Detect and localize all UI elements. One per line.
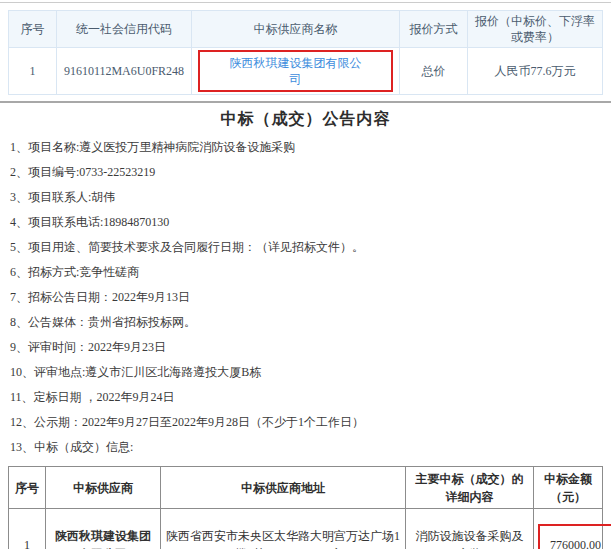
- award-detail-table-wrap: 序号 中标供应商 中标供应商地址 主要中标（成交）的详细内容 中标金额（元） 1…: [0, 464, 611, 549]
- item-media: 8、公告媒体：贵州省招标投标网。: [10, 314, 601, 330]
- summary-header-row: 序号 统一社会信用代码 中标供应商名称 报价方式 报价（中标价、下浮率或费率）: [9, 11, 603, 48]
- col-award-amount: 中标金额（元）: [534, 467, 603, 509]
- col-quote: 报价（中标价、下浮率或费率）: [468, 11, 603, 48]
- item-contact-phone: 4、项目联系电话:18984870130: [10, 214, 601, 230]
- award-data-row: 1 陕西秋琪建设集团有限公司 陕西省西安市未央区太华路大明宫万达广场1号楼5单元…: [9, 509, 603, 549]
- item-contact-person: 3、项目联系人:胡伟: [10, 189, 601, 205]
- award-detail-table: 序号 中标供应商 中标供应商地址 主要中标（成交）的详细内容 中标金额（元） 1…: [8, 466, 603, 549]
- item-publicity-period: 12、公示期：2022年9月27日至2022年9月28日（不少于1个工作日）: [10, 414, 601, 430]
- cell-supplier-name: 陕西秋琪建设集团有限公司: [192, 48, 400, 95]
- item-project-name: 1、项目名称:遵义医投万里精神病院消防设备设施采购: [10, 139, 601, 155]
- col-serial-no: 序号: [9, 11, 57, 48]
- cell-award-content: 消防设施设备采购及安装: [406, 509, 534, 549]
- cell-supplier[interactable]: 陕西秋琪建设集团有限公司: [46, 509, 161, 549]
- item-bid-method: 6、招标方式:竞争性磋商: [10, 264, 601, 280]
- item-award-info-label: 13、中标（成交）信息:: [10, 439, 601, 455]
- page-title: 中标（成交）公告内容: [0, 109, 611, 129]
- item-review-place: 10、评审地点:遵义市汇川区北海路遵投大厦B栋: [10, 364, 601, 380]
- item-project-number: 2、项目编号:0733-22523219: [10, 164, 601, 180]
- item-project-use: 5、项目用途、简要技术要求及合同履行日期：（详见招标文件）。: [10, 239, 601, 255]
- col-supplier-address: 中标供应商地址: [161, 467, 406, 509]
- award-header-row: 序号 中标供应商 中标供应商地址 主要中标（成交）的详细内容 中标金额（元）: [9, 467, 603, 509]
- cell-serial-no: 1: [9, 48, 57, 95]
- cell-credit-code: 91610112MA6U0FR248: [57, 48, 192, 95]
- award-amount-highlight-box: 776000.00: [538, 524, 611, 549]
- col-award-content: 主要中标（成交）的详细内容: [406, 467, 534, 509]
- col-supplier: 中标供应商: [46, 467, 161, 509]
- winning-supplier-summary-table-wrap: 序号 统一社会信用代码 中标供应商名称 报价方式 报价（中标价、下浮率或费率） …: [0, 3, 611, 95]
- announcement-item-list: 1、项目名称:遵义医投万里精神病院消防设备设施采购 2、项目编号:0733-22…: [0, 133, 611, 455]
- col-quote-method: 报价方式: [400, 11, 468, 48]
- section-divider: [0, 101, 611, 103]
- cell-supplier-address: 陕西省西安市未央区太华路大明宫万达广场1号楼5单元18层51812室: [161, 509, 406, 549]
- item-review-time: 9、评审时间：2022年9月23日: [10, 339, 601, 355]
- cell-award-amount: 776000.00: [534, 509, 603, 549]
- cell-serial-no: 1: [9, 509, 46, 549]
- col-supplier-name: 中标供应商名称: [192, 11, 400, 48]
- supplier-name-highlight-box: 陕西秋琪建设集团有限公司: [198, 50, 393, 92]
- item-award-date: 11、定标日期 ，2022年9月24日: [10, 389, 601, 405]
- col-credit-code: 统一社会信用代码: [57, 11, 192, 48]
- winning-supplier-summary-table: 序号 统一社会信用代码 中标供应商名称 报价方式 报价（中标价、下浮率或费率） …: [8, 10, 603, 95]
- supplier-name-link[interactable]: 陕西秋琪建设集团有限公司: [230, 56, 362, 86]
- summary-data-row: 1 91610112MA6U0FR248 陕西秋琪建设集团有限公司 总价 人民币…: [9, 48, 603, 95]
- item-announce-date: 7、招标公告日期：2022年9月13日: [10, 289, 601, 305]
- col-serial-no: 序号: [9, 467, 46, 509]
- cell-quote: 人民币77.6万元: [468, 48, 603, 95]
- cell-quote-method: 总价: [400, 48, 468, 95]
